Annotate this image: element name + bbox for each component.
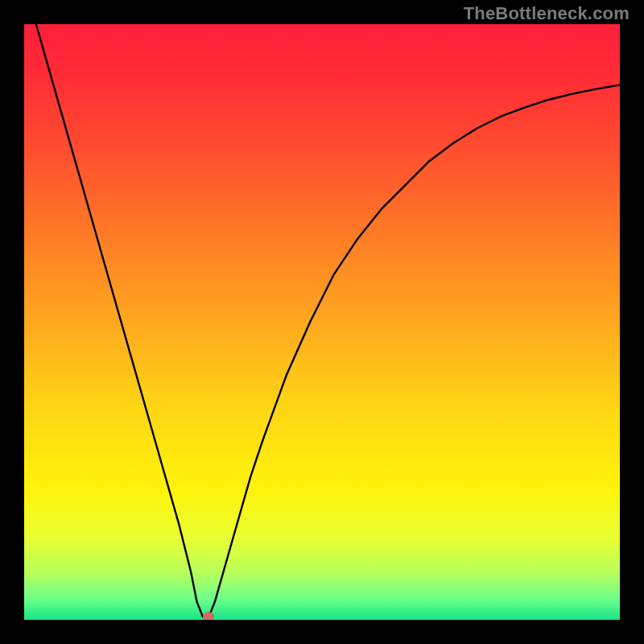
gradient-rect [24, 24, 620, 620]
watermark-text: TheBottleneck.com [464, 3, 630, 24]
minimum-marker [203, 612, 214, 620]
plot-area [24, 24, 620, 620]
chart-svg [24, 24, 620, 620]
chart-frame: TheBottleneck.com [0, 0, 644, 644]
